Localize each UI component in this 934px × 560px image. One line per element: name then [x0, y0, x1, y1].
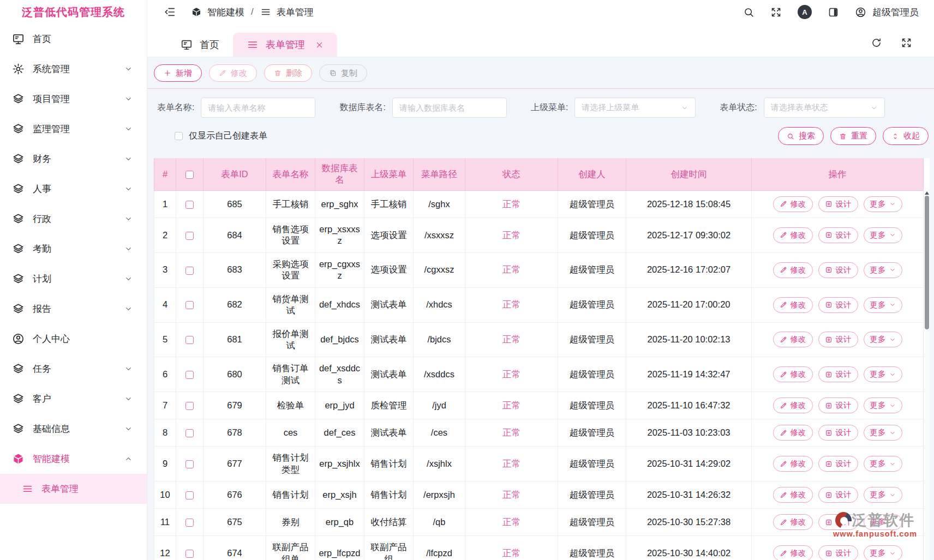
collapse-filters-button[interactable]: 收起	[883, 127, 929, 145]
sidebar-item-13[interactable]: 基础信息	[0, 414, 147, 444]
row-checkbox[interactable]	[185, 301, 194, 309]
cell-select[interactable]	[176, 190, 203, 218]
add-button[interactable]: 新增	[154, 64, 202, 82]
row-edit-button[interactable]: 修改	[773, 196, 813, 212]
row-more-button[interactable]: 更多	[864, 456, 902, 472]
row-checkbox[interactable]	[185, 429, 194, 437]
row-edit-button[interactable]: 修改	[773, 545, 813, 560]
sidebar-item-14[interactable]: 智能建模	[0, 444, 147, 474]
fullscreen-icon[interactable]	[770, 7, 782, 18]
row-more-button[interactable]: 更多	[864, 398, 902, 413]
parent-menu-select[interactable]: 请选择上级菜单	[574, 98, 696, 118]
cell-select[interactable]	[176, 509, 203, 536]
env-badge[interactable]: A	[798, 5, 812, 19]
row-checkbox[interactable]	[185, 336, 194, 344]
row-edit-button[interactable]: 修改	[773, 297, 813, 313]
tab-home[interactable]: 首页	[167, 33, 233, 57]
close-tab-icon[interactable]	[315, 41, 324, 49]
row-design-button[interactable]: 设计	[818, 545, 858, 560]
row-edit-button[interactable]: 修改	[773, 514, 813, 530]
row-design-button[interactable]: 设计	[818, 487, 858, 503]
row-more-button[interactable]: 更多	[864, 425, 902, 441]
delete-button[interactable]: 删除	[264, 64, 312, 82]
sidebar-item-12[interactable]: 客户	[0, 384, 147, 414]
row-edit-button[interactable]: 修改	[773, 332, 813, 347]
row-checkbox[interactable]	[185, 201, 194, 209]
cell-select[interactable]	[176, 287, 203, 322]
only-mine-checkbox[interactable]	[175, 132, 183, 140]
row-more-button[interactable]: 更多	[864, 514, 902, 530]
row-checkbox[interactable]	[185, 371, 194, 379]
reset-button[interactable]: 重置	[830, 127, 876, 145]
copy-button[interactable]: 复制	[319, 64, 367, 82]
row-edit-button[interactable]: 修改	[773, 456, 813, 472]
sidebar-item-2[interactable]: 项目管理	[0, 84, 147, 114]
cell-select[interactable]	[176, 322, 203, 357]
sidebar-subitem-form-management[interactable]: 表单管理	[0, 474, 147, 504]
cell-select[interactable]	[176, 392, 203, 419]
sidebar-item-11[interactable]: 任务	[0, 354, 147, 384]
cell-select[interactable]	[176, 536, 203, 560]
cell-select[interactable]	[176, 252, 203, 287]
cell-select[interactable]	[176, 447, 203, 481]
search-icon[interactable]	[743, 7, 755, 18]
form-status-select[interactable]: 请选择表单状态	[764, 98, 885, 118]
refresh-icon[interactable]	[871, 37, 882, 49]
cell-select[interactable]	[176, 481, 203, 509]
row-design-button[interactable]: 设计	[818, 514, 858, 530]
sidebar-item-4[interactable]: 财务	[0, 144, 147, 174]
row-more-button[interactable]: 更多	[864, 262, 902, 278]
header-select-all[interactable]	[176, 158, 203, 190]
sidebar-item-3[interactable]: 监理管理	[0, 114, 147, 144]
select-all-checkbox[interactable]	[185, 171, 194, 179]
fullscreen-content-icon[interactable]	[901, 37, 912, 49]
row-more-button[interactable]: 更多	[864, 332, 902, 347]
sidebar-item-6[interactable]: 行政	[0, 204, 147, 234]
row-design-button[interactable]: 设计	[818, 297, 858, 313]
table-scrollbar[interactable]	[923, 189, 930, 560]
sidebar-item-0[interactable]: 首页	[0, 24, 147, 54]
row-checkbox[interactable]	[185, 460, 194, 468]
cell-select[interactable]	[176, 357, 203, 392]
sidebar-item-5[interactable]: 人事	[0, 174, 147, 204]
row-edit-button[interactable]: 修改	[773, 366, 813, 382]
row-design-button[interactable]: 设计	[818, 366, 858, 382]
scrollbar-thumb[interactable]	[925, 196, 929, 329]
row-design-button[interactable]: 设计	[818, 456, 858, 472]
row-more-button[interactable]: 更多	[864, 545, 902, 560]
tab-form-management[interactable]: 表单管理	[233, 33, 337, 57]
row-checkbox[interactable]	[185, 491, 194, 499]
edit-button[interactable]: 修改	[209, 64, 257, 82]
cell-select[interactable]	[176, 218, 203, 252]
cell-select[interactable]	[176, 419, 203, 447]
sidebar-item-9[interactable]: 报告	[0, 294, 147, 324]
row-checkbox[interactable]	[185, 267, 194, 275]
row-edit-button[interactable]: 修改	[773, 425, 813, 441]
theme-icon[interactable]	[828, 7, 839, 18]
row-more-button[interactable]: 更多	[864, 297, 902, 313]
row-edit-button[interactable]: 修改	[773, 398, 813, 413]
breadcrumb-level1[interactable]: 智能建模	[207, 6, 244, 19]
row-checkbox[interactable]	[185, 519, 194, 527]
row-design-button[interactable]: 设计	[818, 227, 858, 243]
row-design-button[interactable]: 设计	[818, 332, 858, 347]
row-design-button[interactable]: 设计	[818, 425, 858, 441]
row-more-button[interactable]: 更多	[864, 196, 902, 212]
search-button[interactable]: 搜索	[778, 127, 824, 145]
row-design-button[interactable]: 设计	[818, 196, 858, 212]
sidebar-collapse-icon[interactable]	[164, 6, 176, 18]
row-checkbox[interactable]	[185, 550, 194, 558]
only-mine-checkbox-group[interactable]: 仅显示自己创建表单	[175, 130, 267, 142]
scroll-up-arrow[interactable]	[925, 191, 929, 195]
user-menu[interactable]: 超级管理员	[855, 6, 919, 19]
breadcrumb-level2[interactable]: 表单管理	[277, 6, 314, 19]
row-edit-button[interactable]: 修改	[773, 487, 813, 503]
row-more-button[interactable]: 更多	[864, 487, 902, 503]
row-checkbox[interactable]	[185, 232, 194, 240]
row-edit-button[interactable]: 修改	[773, 262, 813, 278]
sidebar-item-10[interactable]: 个人中心	[0, 324, 147, 354]
sidebar-item-8[interactable]: 计划	[0, 264, 147, 294]
row-more-button[interactable]: 更多	[864, 366, 902, 382]
row-checkbox[interactable]	[185, 402, 194, 410]
sidebar-item-7[interactable]: 考勤	[0, 234, 147, 264]
